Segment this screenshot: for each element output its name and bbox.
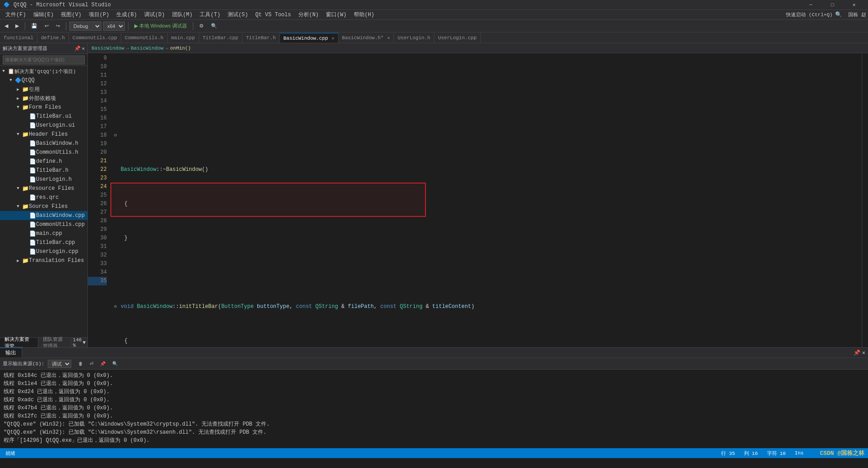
menu-build[interactable]: 生成(B) (113, 10, 141, 20)
tree-userlogin-ui[interactable]: 📄 UserLogin.ui (0, 121, 87, 130)
output-clear-btn[interactable]: 🗑 (76, 359, 86, 369)
output-close[interactable]: ✕ (862, 349, 865, 356)
tree-resource-files[interactable]: ▼ 📁 Resource Files (0, 184, 87, 193)
tree-solution[interactable]: ▼ 📋 解决方案'QtQQ'(1个项目) (0, 67, 87, 76)
tree-basicwindow-h[interactable]: 📄 BasicWindow.h (0, 139, 87, 148)
tab-titlebar-cpp[interactable]: TitleBar.cpp (199, 33, 242, 43)
close-button[interactable]: ✕ (844, 0, 864, 10)
menu-test[interactable]: 测试(S) (224, 10, 252, 20)
tree-header-files[interactable]: ▼ 📁 Header Files (0, 130, 87, 139)
redo-button[interactable]: ↪ (53, 21, 63, 31)
tree-userlogin-h[interactable]: 📄 UserLogin.h (0, 175, 87, 184)
tree-userlogin-cpp[interactable]: 📄 UserLogin.cpp (0, 247, 87, 256)
references-expander[interactable]: ▶ (14, 86, 22, 93)
save-button[interactable]: 💾 (28, 21, 40, 31)
tree-form-files[interactable]: ▼ 📁 Form Files (0, 103, 87, 112)
form-files-expander[interactable]: ▼ (14, 104, 22, 111)
breadcrumb-class[interactable]: BasicWindow (131, 46, 164, 51)
code-container[interactable]: 9 10 11 12 13 14 15 16 17 18 19 20 21 22… (88, 53, 868, 347)
tab-basicwindow-cpp[interactable]: BasicWindow.cpp ✕ (280, 33, 338, 43)
debug-config-select[interactable]: Debug Release (69, 22, 101, 31)
forward-button[interactable]: ▶ (13, 21, 22, 31)
folder-icon: 📁 (22, 86, 29, 93)
back-button[interactable]: ◀ (2, 21, 11, 31)
translation-files-label: Translation Files (29, 257, 86, 264)
toolbar-extra-1[interactable]: ⚙ (196, 21, 206, 31)
menu-help[interactable]: 帮助(H) (350, 10, 378, 20)
tree-references[interactable]: ▶ 📁 引用 (0, 85, 87, 94)
tree-define-h[interactable]: 📄 define.h (0, 157, 87, 166)
tab-commonutils-cpp[interactable]: CommonUtils.cpp (69, 33, 121, 43)
tab-titlebar-h[interactable]: TitleBar.h (242, 33, 280, 43)
tree-translation-files[interactable]: ▶ 📁 Translation Files (0, 256, 87, 265)
tab-commonutils-h[interactable]: CommonUtils.h (121, 33, 168, 43)
resource-files-expander[interactable]: ▼ (14, 185, 22, 192)
status-row[interactable]: 行 35 (719, 450, 737, 457)
tab-close-basicwindow-cpp[interactable]: ✕ (332, 36, 334, 41)
sidebar-tab-team[interactable]: 团队资源管理器 (38, 338, 71, 348)
tree-titlebar-ui[interactable]: 📄 TitleBar.ui (0, 112, 87, 121)
status-ready[interactable]: 就绪 (4, 450, 17, 457)
tree-commonutils-h[interactable]: 📄 CommonUtils.h (0, 148, 87, 157)
status-col[interactable]: 列 16 (742, 450, 760, 457)
sidebar-pin-icon[interactable]: 📌 (74, 46, 81, 51)
menu-window[interactable]: 窗口(W) (322, 10, 350, 20)
project-expander[interactable]: ▼ (7, 77, 14, 84)
menu-qtvs[interactable]: Qt VS Tools (251, 10, 294, 20)
tree-source-files[interactable]: ▼ 📁 Source Files (0, 202, 87, 211)
header-files-expander[interactable]: ▼ (14, 131, 22, 138)
undo-button[interactable]: ↩ (42, 21, 51, 31)
tab-userlogin-h[interactable]: UserLogin.h (394, 33, 434, 43)
sidebar-zoom-dropdown[interactable]: ▼ (82, 340, 86, 345)
sidebar-tab-solution[interactable]: 解决方案资源管... (0, 338, 38, 348)
output-find-btn[interactable]: 🔍 (110, 359, 120, 369)
platform-select[interactable]: x64 x86 (103, 22, 125, 31)
toolbar-extra-2[interactable]: 🔍 (208, 21, 220, 31)
menu-view[interactable]: 视图(V) (57, 10, 85, 20)
translation-files-expander[interactable]: ▶ (14, 257, 22, 264)
menu-debug[interactable]: 调试(D) (141, 10, 169, 20)
tab-functional[interactable]: functional (0, 33, 37, 43)
tree-res-qrc[interactable]: 📄 res.qrc (0, 193, 87, 202)
sidebar-close-icon[interactable]: ✕ (82, 46, 85, 51)
editor-scrollbar[interactable] (862, 53, 868, 347)
tree-external-deps[interactable]: ▶ 📁 外部依赖项 (0, 94, 87, 103)
output-source-select[interactable]: 调试 生成 (48, 360, 71, 368)
output-pin-btn[interactable]: 📌 (97, 359, 108, 369)
menu-team[interactable]: 团队(M) (169, 10, 196, 20)
menu-project[interactable]: 项目(P) (85, 10, 113, 20)
menu-edit[interactable]: 编辑(E) (30, 10, 58, 20)
bottom-tab-output[interactable]: 输出 (0, 348, 22, 358)
breadcrumb-project[interactable]: BasicWindow (91, 46, 124, 51)
tab-close-basicwindow-h[interactable]: ✕ (387, 35, 390, 41)
minimize-button[interactable]: ─ (800, 0, 821, 10)
output-pin[interactable]: 📌 (854, 349, 860, 356)
status-mode[interactable]: Ins (793, 450, 805, 456)
menu-tools[interactable]: 工具(T) (196, 10, 224, 20)
tab-main-cpp[interactable]: main.cpp (168, 33, 199, 43)
code-editor[interactable]: ⊖ ⊖ BasicWindow::~BasicWindow() ⊖ { (110, 53, 862, 347)
tree-basicwindow-cpp[interactable]: 📄 BasicWindow.cpp (0, 211, 87, 220)
tree-commonutils-cpp[interactable]: 📄 CommonUtils.cpp (0, 220, 87, 229)
solution-expander[interactable]: ▼ (0, 68, 7, 75)
output-content[interactable]: 线程 0x184c 已退出，返回值为 0 (0x0). 线程 0x1le4 已退… (0, 370, 868, 448)
breadcrumb-sep2: → (165, 46, 169, 51)
output-wrap-btn[interactable]: ⏎ (87, 359, 96, 369)
breadcrumb-method[interactable]: onMin() (170, 46, 191, 51)
maximize-button[interactable]: □ (822, 0, 843, 10)
ext-deps-expander[interactable]: ▶ (14, 95, 22, 102)
status-char[interactable]: 字符 10 (765, 450, 788, 457)
tab-userlogin-cpp[interactable]: UserLogin.cpp (434, 33, 481, 43)
menu-analyze[interactable]: 分析(N) (295, 10, 323, 20)
source-files-expander[interactable]: ▼ (14, 203, 22, 210)
tree-titlebar-h[interactable]: 📄 TitleBar.h (0, 166, 87, 175)
tree-project-qtqq[interactable]: ▼ 🔷 QtQQ (0, 76, 87, 85)
sidebar-search-input[interactable] (3, 55, 85, 64)
search-quick-launch[interactable]: 快速启动 (Ctrl+Q) (786, 11, 832, 18)
tab-define-h[interactable]: define.h (37, 33, 69, 43)
tab-basicwindow-h[interactable]: BasicWindow.h* ✕ (338, 33, 394, 43)
menu-file[interactable]: 文件(F) (2, 10, 30, 20)
tree-titlebar-cpp[interactable]: 📄 TitleBar.cpp (0, 238, 87, 247)
tree-main-cpp[interactable]: 📄 main.cpp (0, 229, 87, 238)
run-button[interactable]: ▶ 本地 Windows 调试器 (132, 21, 190, 31)
